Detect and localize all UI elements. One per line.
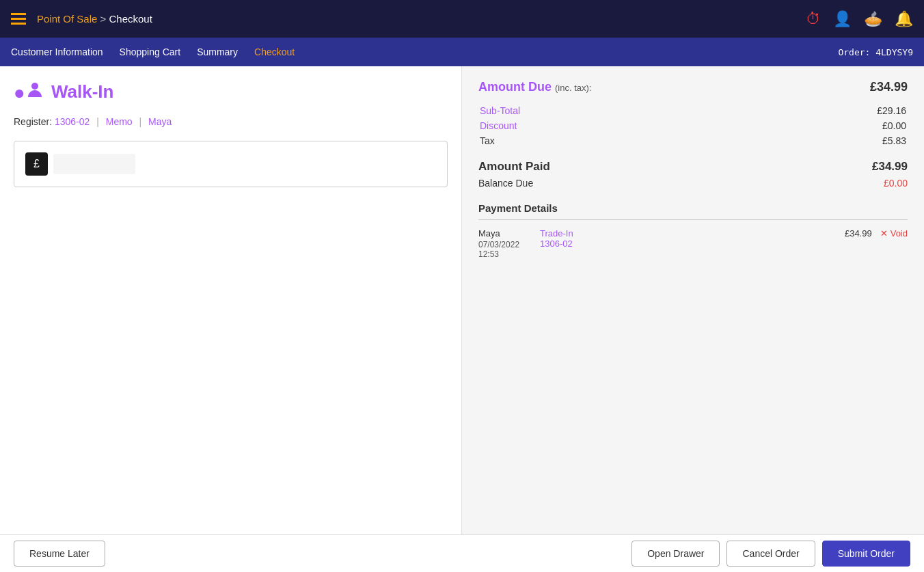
discount-label: Discount	[480, 119, 726, 133]
left-panel: ●​ Walk-In Register: 1306-02 | Memo | Ma…	[0, 66, 462, 534]
tax-note: (inc. tax):	[555, 83, 591, 93]
right-panel: Amount Due (inc. tax): £34.99 Sub-Total …	[462, 66, 924, 534]
payment-datetime: 07/03/2022 12:53	[478, 240, 540, 259]
tab-checkout[interactable]: Checkout	[254, 46, 295, 57]
cancel-order-button[interactable]: Cancel Order	[726, 541, 815, 567]
amount-paid-label: Amount Paid	[478, 160, 550, 174]
sub-nav-links: Customer Information Shopping Cart Summa…	[11, 46, 295, 57]
clock-icon[interactable]: ⏱	[806, 10, 821, 28]
amount-paid-value: £34.99	[872, 160, 908, 174]
payment-amount: £34.99	[817, 228, 872, 239]
main-content: ●​ Walk-In Register: 1306-02 | Memo | Ma…	[0, 66, 924, 534]
subtotal-value: £29.16	[728, 104, 906, 118]
payment-register: 1306-02	[540, 239, 817, 249]
bottom-bar: Resume Later Open Drawer Cancel Order Su…	[0, 534, 924, 572]
customer-name: Walk-In	[51, 81, 113, 103]
void-button[interactable]: ✕ Void	[880, 228, 908, 239]
register-value[interactable]: 1306-02	[55, 116, 90, 127]
amount-input[interactable]	[53, 154, 135, 174]
top-nav-left: Point Of Sale > Checkout	[11, 13, 152, 25]
currency-button[interactable]: £	[25, 152, 48, 176]
tab-summary[interactable]: Summary	[197, 46, 238, 57]
hamburger-menu[interactable]	[11, 13, 26, 25]
subtotal-label: Sub-Total	[480, 104, 726, 118]
register-info: Register: 1306-02 | Memo | Maya	[14, 116, 448, 127]
tab-customer-information[interactable]: Customer Information	[11, 46, 103, 57]
payment-detail-row: Maya 07/03/2022 12:53 Trade-In 1306-02 £…	[478, 228, 908, 259]
tax-label: Tax	[480, 134, 726, 148]
payment-col-details: Trade-In 1306-02	[540, 228, 817, 249]
svg-point-0	[31, 83, 38, 90]
discount-value: £0.00	[728, 119, 906, 133]
payment-method[interactable]: Trade-In	[540, 228, 817, 239]
customer-header: ●​ Walk-In	[14, 80, 448, 104]
breadcrumb-current: Checkout	[109, 13, 152, 25]
user-icon[interactable]: 👤	[833, 10, 852, 28]
top-nav-right: ⏱ 👤 🥧 🔔	[806, 10, 913, 28]
bell-icon[interactable]: 🔔	[895, 10, 913, 28]
sub-nav: Customer Information Shopping Cart Summa…	[0, 38, 924, 66]
amount-due-value: £34.99	[870, 80, 908, 94]
btn-right-group: Open Drawer Cancel Order Submit Order	[631, 541, 910, 567]
breadcrumb-pos[interactable]: Point Of Sale	[37, 13, 97, 25]
balance-due-value: £0.00	[884, 178, 908, 189]
memo-link[interactable]: Memo	[106, 116, 133, 127]
breadcrumb-sep: >	[100, 13, 109, 25]
amount-due-label: Amount Due (inc. tax):	[478, 80, 591, 94]
payment-input-box: £	[14, 141, 448, 187]
person-icon: ●​	[14, 80, 44, 104]
balance-row: Balance Due £0.00	[478, 178, 908, 189]
tab-shopping-cart[interactable]: Shopping Cart	[120, 46, 181, 57]
tax-value: £5.83	[728, 134, 906, 148]
user-link[interactable]: Maya	[148, 116, 172, 127]
payment-details-header: Payment Details	[478, 202, 908, 220]
chart-icon[interactable]: 🥧	[864, 10, 882, 28]
open-drawer-button[interactable]: Open Drawer	[631, 541, 720, 567]
resume-later-button[interactable]: Resume Later	[14, 541, 105, 567]
register-label: Register:	[14, 116, 52, 127]
order-ref: Order: 4LDYSY9	[838, 47, 913, 57]
x-icon: ✕	[880, 228, 888, 239]
balance-due-label: Balance Due	[478, 178, 533, 189]
summary-table: Sub-Total £29.16 Discount £0.00 Tax £5.8…	[478, 103, 908, 149]
amount-paid-row: Amount Paid £34.99	[478, 160, 908, 174]
amount-due-row: Amount Due (inc. tax): £34.99	[478, 80, 908, 94]
payment-user: Maya 07/03/2022 12:53	[478, 228, 540, 259]
top-nav: Point Of Sale > Checkout ⏱ 👤 🥧 🔔	[0, 0, 924, 38]
breadcrumb: Point Of Sale > Checkout	[37, 13, 152, 25]
submit-order-button[interactable]: Submit Order	[822, 541, 910, 567]
